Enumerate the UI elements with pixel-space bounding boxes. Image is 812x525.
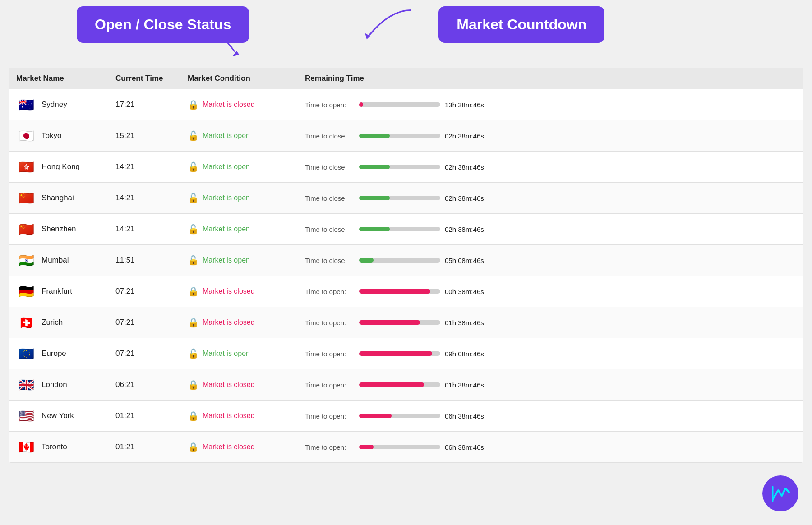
market-name-cell: 🇮🇳 Mumbai bbox=[9, 245, 108, 276]
market-condition-cell: 🔒 Market is closed bbox=[180, 369, 298, 401]
lock-icon: 🔒 bbox=[188, 99, 199, 110]
condition-text: Market is open bbox=[203, 194, 250, 202]
progress-bar-fill bbox=[359, 445, 374, 449]
progress-bar bbox=[359, 320, 440, 325]
condition-text: Market is closed bbox=[203, 101, 255, 109]
market-name-cell: 🇨🇦 Toronto bbox=[9, 432, 108, 463]
market-condition-cell: 🔓 Market is open bbox=[180, 245, 298, 276]
progress-bar bbox=[359, 445, 440, 449]
market-condition-cell: 🔓 Market is open bbox=[180, 152, 298, 183]
condition-text: Market is open bbox=[203, 256, 250, 264]
market-name-cell: 🇯🇵 Tokyo bbox=[9, 120, 108, 152]
current-time-cell: 15:21 bbox=[108, 120, 180, 152]
open-close-status-badge: Open / Close Status bbox=[77, 6, 249, 43]
progress-bar bbox=[359, 351, 440, 356]
current-time-cell: 07:21 bbox=[108, 307, 180, 338]
market-condition-cell: 🔓 Market is open bbox=[180, 183, 298, 214]
condition-text: Market is closed bbox=[203, 318, 255, 327]
time-value: 02h:38m:46s bbox=[445, 194, 490, 202]
svg-marker-0 bbox=[233, 51, 240, 56]
remaining-time-cell: Time to open: 09h:08m:46s bbox=[298, 338, 803, 369]
header-area: Open / Close Status Market Countdown bbox=[0, 0, 812, 68]
progress-bar-fill bbox=[359, 196, 390, 200]
flag-icon: 🇨🇳 bbox=[16, 188, 36, 208]
progress-bar bbox=[359, 165, 440, 169]
progress-bar bbox=[359, 227, 440, 231]
time-value: 13h:38m:46s bbox=[445, 101, 490, 109]
table-row: 🇦🇺 Sydney 17:21 🔒 Market is closed Time … bbox=[9, 89, 803, 120]
remaining-time-cell: Time to close: 02h:38m:46s bbox=[298, 152, 803, 183]
lock-icon: 🔓 bbox=[188, 130, 199, 141]
current-time-cell: 14:21 bbox=[108, 152, 180, 183]
market-name-cell: 🇺🇸 New York bbox=[9, 401, 108, 432]
remaining-time-cell: Time to open: 13h:38m:46s bbox=[298, 89, 803, 120]
market-name-cell: 🇨🇭 Zurich bbox=[9, 307, 108, 338]
time-value: 02h:38m:46s bbox=[445, 132, 490, 140]
table-row: 🇭🇰 Hong Kong 14:21 🔓 Market is open Time… bbox=[9, 152, 803, 183]
table-row: 🇨🇦 Toronto 01:21 🔒 Market is closed Time… bbox=[9, 432, 803, 463]
time-value: 06h:38m:46s bbox=[445, 412, 490, 420]
time-label: Time to open: bbox=[305, 288, 355, 295]
flag-icon: 🇬🇧 bbox=[16, 375, 36, 395]
progress-bar bbox=[359, 134, 440, 138]
current-time-cell: 17:21 bbox=[108, 89, 180, 120]
current-time-cell: 11:51 bbox=[108, 245, 180, 276]
remaining-time-cell: Time to close: 02h:38m:46s bbox=[298, 120, 803, 152]
market-name: Shenzhen bbox=[42, 225, 76, 234]
progress-bar-fill bbox=[359, 414, 392, 418]
remaining-time-cell: Time to close: 02h:38m:46s bbox=[298, 183, 803, 214]
market-name: Mumbai bbox=[42, 256, 69, 265]
time-label: Time to close: bbox=[305, 257, 355, 264]
time-value: 09h:08m:46s bbox=[445, 350, 490, 358]
time-value: 00h:38m:46s bbox=[445, 288, 490, 295]
market-name: London bbox=[42, 380, 67, 389]
current-time-cell: 01:21 bbox=[108, 401, 180, 432]
time-label: Time to open: bbox=[305, 381, 355, 389]
market-name-cell: 🇨🇳 Shanghai bbox=[9, 183, 108, 214]
time-label: Time to close: bbox=[305, 194, 355, 202]
progress-bar-fill bbox=[359, 320, 420, 325]
market-name: Frankfurt bbox=[42, 287, 72, 296]
condition-text: Market is open bbox=[203, 163, 250, 171]
remaining-time-cell: Time to open: 06h:38m:46s bbox=[298, 432, 803, 463]
market-condition-cell: 🔒 Market is closed bbox=[180, 432, 298, 463]
current-time-cell: 14:21 bbox=[108, 214, 180, 245]
condition-text: Market is closed bbox=[203, 381, 255, 389]
progress-bar-fill bbox=[359, 134, 390, 138]
market-name: Shanghai bbox=[42, 193, 74, 203]
progress-bar bbox=[359, 102, 440, 107]
current-time-cell: 07:21 bbox=[108, 276, 180, 307]
market-name: Europe bbox=[42, 349, 66, 358]
market-condition-cell: 🔒 Market is closed bbox=[180, 276, 298, 307]
progress-bar-fill bbox=[359, 165, 390, 169]
market-name-cell: 🇭🇰 Hong Kong bbox=[9, 152, 108, 183]
time-label: Time to open: bbox=[305, 101, 355, 109]
logo-badge bbox=[762, 475, 798, 511]
market-name-cell: 🇦🇺 Sydney bbox=[9, 89, 108, 120]
lock-icon: 🔒 bbox=[188, 379, 199, 390]
current-time-cell: 06:21 bbox=[108, 369, 180, 401]
condition-text: Market is open bbox=[203, 350, 250, 358]
table-row: 🇨🇳 Shanghai 14:21 🔓 Market is open Time … bbox=[9, 183, 803, 214]
market-condition-cell: 🔓 Market is open bbox=[180, 214, 298, 245]
lock-icon: 🔓 bbox=[188, 224, 199, 235]
col-current-time: Current Time bbox=[108, 68, 180, 89]
flag-icon: 🇦🇺 bbox=[16, 95, 36, 115]
market-condition-cell: 🔓 Market is open bbox=[180, 120, 298, 152]
market-name-cell: 🇪🇺 Europe bbox=[9, 338, 108, 369]
time-label: Time to open: bbox=[305, 412, 355, 420]
flag-icon: 🇯🇵 bbox=[16, 126, 36, 146]
time-label: Time to open: bbox=[305, 319, 355, 327]
col-market-condition: Market Condition bbox=[180, 68, 298, 89]
flag-icon: 🇪🇺 bbox=[16, 344, 36, 364]
flag-icon: 🇮🇳 bbox=[16, 250, 36, 270]
table-row: 🇺🇸 New York 01:21 🔒 Market is closed Tim… bbox=[9, 401, 803, 432]
progress-bar-fill bbox=[359, 289, 430, 294]
market-condition-cell: 🔒 Market is closed bbox=[180, 401, 298, 432]
progress-bar bbox=[359, 289, 440, 294]
time-label: Time to open: bbox=[305, 443, 355, 451]
market-name: Hong Kong bbox=[42, 162, 80, 171]
progress-bar-fill bbox=[359, 227, 390, 231]
condition-text: Market is closed bbox=[203, 287, 255, 295]
time-label: Time to close: bbox=[305, 132, 355, 140]
